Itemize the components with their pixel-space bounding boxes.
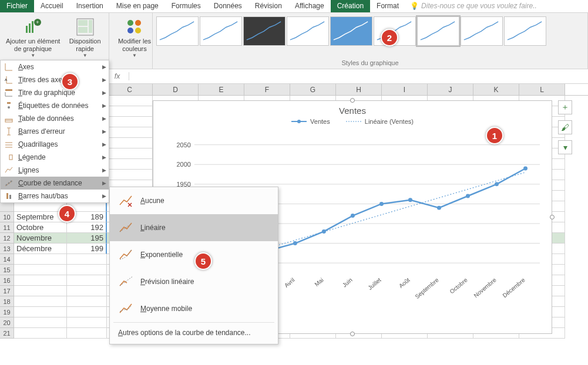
chart-style-1[interactable]: [156, 16, 199, 46]
fx-icon[interactable]: fx: [106, 72, 129, 80]
chart-style-4[interactable]: [287, 16, 329, 46]
resize-handle[interactable]: [350, 332, 355, 336]
cell[interactable]: 195: [67, 233, 107, 244]
menu-tab-home[interactable]: Accueil: [34, 0, 70, 12]
chart-style-3[interactable]: [243, 16, 285, 46]
row-header[interactable]: 19: [0, 307, 14, 317]
add-chart-element-button[interactable]: + Ajouter un élément de graphique ▼: [4, 14, 62, 59]
col-header[interactable]: I: [382, 84, 428, 95]
menu-item-axis_titles[interactable]: ATitres des axes▶: [1, 73, 109, 86]
cell[interactable]: [67, 286, 107, 296]
row-header[interactable]: 13: [0, 244, 14, 254]
submenu-more-options[interactable]: Autres options de la courbe de tendance.…: [110, 323, 278, 344]
row-header[interactable]: 10: [0, 212, 14, 222]
svg-text:Juin: Juin: [341, 276, 354, 288]
chart-style-8[interactable]: [461, 16, 503, 46]
svg-rect-64: [9, 155, 12, 160]
submenu-item-label: Prévision linéaire: [140, 278, 194, 286]
menu-tab-formulas[interactable]: Formules: [165, 0, 207, 12]
row-header[interactable]: 20: [0, 317, 14, 328]
menu-tab-format[interactable]: Format: [370, 0, 405, 12]
row-header[interactable]: 14: [0, 254, 14, 265]
row-header[interactable]: 17: [0, 286, 14, 296]
menu-item-gridlines[interactable]: Quadrillages▶: [1, 138, 109, 151]
row-header[interactable]: 16: [0, 275, 14, 286]
cell[interactable]: Novembre: [14, 233, 67, 244]
chevron-right-icon: ▶: [102, 77, 106, 83]
col-header[interactable]: L: [519, 84, 565, 95]
cell[interactable]: [67, 296, 107, 307]
cell[interactable]: Octobre: [14, 222, 67, 233]
menu-item-error_bars[interactable]: Barres d'erreur▶: [1, 125, 109, 138]
menu-tab-view[interactable]: Affichage: [288, 0, 331, 12]
cell[interactable]: [14, 307, 67, 317]
cell[interactable]: [14, 286, 67, 296]
menu-item-updown[interactable]: Barres haut/bas▶: [1, 190, 109, 202]
menu-tab-data[interactable]: Données: [207, 0, 248, 12]
svg-rect-1: [29, 23, 31, 33]
cell[interactable]: [67, 254, 107, 265]
menu-item-data_labels[interactable]: Étiquettes de données▶: [1, 99, 109, 112]
cell[interactable]: [67, 317, 107, 328]
submenu-item-movavg[interactable]: Moyenne mobile: [110, 295, 278, 322]
menu-tab-design[interactable]: Création: [331, 0, 370, 12]
menu-item-chart_title[interactable]: Titre du graphique▶: [1, 86, 109, 99]
chart-styles-button[interactable]: 🖌: [558, 120, 572, 134]
col-header[interactable]: D: [153, 84, 199, 95]
svg-line-70: [120, 224, 132, 232]
col-header[interactable]: J: [428, 84, 473, 95]
quick-layout-icon: [76, 18, 95, 36]
cell[interactable]: [67, 265, 107, 275]
col-header[interactable]: G: [290, 84, 336, 95]
row-header[interactable]: 11: [0, 222, 14, 233]
cell[interactable]: [14, 265, 67, 275]
submenu-item-forecast[interactable]: Prévision linéaire: [110, 268, 278, 295]
chart-filters-button[interactable]: ▾: [558, 140, 572, 154]
cell[interactable]: [14, 275, 67, 286]
chart-style-9[interactable]: [504, 16, 546, 46]
resize-handle[interactable]: [550, 215, 555, 219]
cell[interactable]: [14, 296, 67, 307]
submenu-item-none[interactable]: Aucune: [110, 187, 278, 214]
chart-style-7[interactable]: [417, 16, 459, 46]
submenu-item-linear[interactable]: Linéaire: [110, 214, 278, 241]
menu-tab-review[interactable]: Révision: [248, 0, 288, 12]
resize-handle[interactable]: [350, 98, 355, 103]
chart-style-2[interactable]: [200, 16, 242, 46]
chart-title[interactable]: Ventes: [153, 101, 552, 117]
row-header[interactable]: 21: [0, 328, 14, 339]
cell[interactable]: Décembre: [14, 244, 67, 254]
menu-tab-layout[interactable]: Mise en page: [110, 0, 165, 12]
svg-text:Mai: Mai: [313, 276, 324, 288]
cell[interactable]: [14, 328, 67, 339]
cell[interactable]: [14, 254, 67, 265]
cell[interactable]: 199: [67, 244, 107, 254]
row-header[interactable]: 15: [0, 265, 14, 275]
row-header[interactable]: 12: [0, 233, 14, 244]
menu-item-trendline[interactable]: Courbe de tendance▶: [1, 177, 109, 190]
submenu-item-exp[interactable]: Exponentielle: [110, 241, 278, 268]
gridlines-icon: [4, 140, 14, 149]
col-header[interactable]: K: [473, 84, 519, 95]
menu-item-data_table[interactable]: Table de données▶: [1, 112, 109, 125]
chart-style-5[interactable]: [330, 16, 372, 46]
col-header[interactable]: F: [244, 84, 290, 95]
menu-item-lines[interactable]: Lignes▶: [1, 164, 109, 177]
cell[interactable]: [14, 317, 67, 328]
col-header[interactable]: C: [107, 84, 153, 95]
row-header[interactable]: 18: [0, 296, 14, 307]
menu-item-legend[interactable]: Légende▶: [1, 151, 109, 164]
menu-tab-insert[interactable]: Insertion: [70, 0, 110, 12]
change-colors-button[interactable]: Modifier les couleurs ▼: [113, 14, 156, 59]
cell[interactable]: [67, 275, 107, 286]
tell-me-search[interactable]: 💡Dites-nous ce que vous voulez faire..: [405, 0, 588, 12]
menu-item-axes[interactable]: Axes▶: [1, 60, 109, 73]
cell[interactable]: [67, 307, 107, 317]
chart-elements-button[interactable]: ＋: [558, 100, 572, 114]
col-header[interactable]: H: [336, 84, 382, 95]
cell[interactable]: [67, 328, 107, 339]
quick-layout-button[interactable]: Disposition rapide ▼: [65, 14, 105, 59]
col-header[interactable]: E: [199, 84, 244, 95]
cell[interactable]: 192: [67, 222, 107, 233]
menu-tab-file[interactable]: Fichier: [0, 0, 34, 12]
